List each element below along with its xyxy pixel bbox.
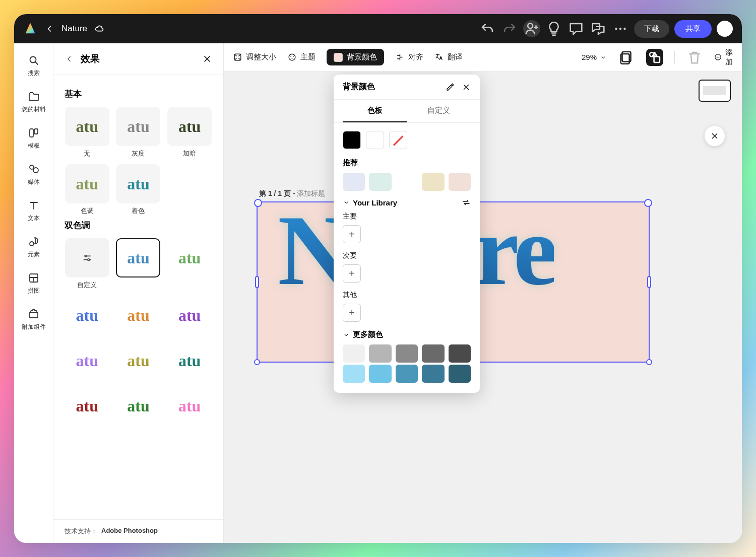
rail-your-stuff[interactable]: 您的材料 xyxy=(14,89,53,116)
swatch-black[interactable] xyxy=(343,131,361,149)
resize-handle[interactable] xyxy=(254,359,260,365)
thumb-tint[interactable]: atu xyxy=(65,164,109,203)
thumb-colorize[interactable]: atu xyxy=(116,164,160,203)
thumb-duotone-5[interactable]: atu xyxy=(167,296,212,335)
feedback-icon[interactable] xyxy=(590,20,607,37)
thumb-grayscale[interactable]: atu xyxy=(116,107,160,146)
color-swatch[interactable] xyxy=(369,344,391,363)
tool-align[interactable]: 对齐 xyxy=(395,52,423,62)
color-swatch[interactable] xyxy=(343,344,365,363)
thumb-duotone-1[interactable]: atu xyxy=(116,238,160,277)
lightbulb-icon[interactable] xyxy=(545,20,562,37)
undo-button[interactable] xyxy=(479,20,496,37)
color-swatch[interactable] xyxy=(343,365,365,383)
add-secondary-swatch[interactable]: + xyxy=(343,264,361,283)
tool-delete-icon[interactable] xyxy=(686,49,703,66)
color-swatch[interactable] xyxy=(396,344,418,363)
page-thumbnail[interactable] xyxy=(699,80,731,102)
section-your-library: Your Library xyxy=(353,198,397,207)
rail-grids[interactable]: 拼图 xyxy=(14,270,53,297)
rail-media[interactable]: 媒体 xyxy=(14,161,53,188)
thumb-duotone-2[interactable]: atu xyxy=(167,238,212,277)
tool-layers-icon[interactable] xyxy=(646,49,663,66)
tool-resize[interactable]: 调整大小 xyxy=(233,52,276,62)
swatch-none[interactable] xyxy=(389,131,407,149)
download-button[interactable]: 下载 xyxy=(634,20,669,38)
thumb-darken[interactable]: atu xyxy=(167,107,212,146)
tool-theme[interactable]: 主题 xyxy=(287,52,316,62)
tool-bg-color[interactable]: 背景颜色 xyxy=(327,49,384,65)
chevron-down-icon[interactable] xyxy=(343,331,350,338)
rail-text[interactable]: 文本 xyxy=(14,197,53,225)
label-primary: 主要 xyxy=(343,212,471,221)
share-button[interactable]: 共享 xyxy=(674,20,712,38)
comment-icon[interactable] xyxy=(568,20,585,37)
add-other-swatch[interactable]: + xyxy=(343,304,361,322)
svg-rect-21 xyxy=(654,56,660,62)
rail-templates[interactable]: 模板 xyxy=(14,125,53,152)
resize-handle[interactable] xyxy=(647,276,651,288)
swatch-white[interactable] xyxy=(366,131,384,149)
tab-custom[interactable]: 自定义 xyxy=(407,100,471,122)
app-window: Nature 下载 共享 搜索 您的材料 模板 媒体 文本 元素 拼图 附加组 xyxy=(14,14,742,543)
color-swatch[interactable] xyxy=(449,365,471,383)
tool-pages-icon[interactable] xyxy=(618,49,635,66)
color-swatch[interactable] xyxy=(449,173,471,191)
effects-panel: 效果 基本 atu无 atu灰度 atu加暗 atu色调 atu着色 双色调 自… xyxy=(53,43,224,543)
thumb-duotone-6[interactable]: atu xyxy=(65,341,109,380)
rail-addons[interactable]: 附加组件 xyxy=(14,306,53,333)
add-primary-swatch[interactable]: + xyxy=(343,225,361,243)
color-swatch[interactable] xyxy=(449,344,471,363)
more-icon[interactable] xyxy=(612,20,629,37)
tool-add-button[interactable]: 添加 xyxy=(714,48,733,67)
close-float-button[interactable] xyxy=(705,126,725,146)
effects-back-icon[interactable] xyxy=(65,54,74,63)
resize-handle[interactable] xyxy=(255,276,259,288)
rail-elements[interactable]: 元素 xyxy=(14,234,53,261)
thumb-duotone-9[interactable]: atu xyxy=(65,386,109,426)
color-swatch[interactable] xyxy=(369,365,391,383)
avatar[interactable] xyxy=(717,21,733,37)
popover-body[interactable]: 推荐 Your Library 主要 + 次要 + 其他 + 更多 xyxy=(334,123,480,393)
thumb-duotone-10[interactable]: atu xyxy=(116,386,160,426)
thumb-duotone-11[interactable]: atu xyxy=(167,386,212,426)
tool-translate[interactable]: 翻译 xyxy=(434,52,463,62)
color-swatch[interactable] xyxy=(369,173,391,191)
canvas-viewport[interactable]: 第 1 / 1 页 - 添加标题 Nature 背景颜色 xyxy=(224,72,742,543)
swap-icon[interactable] xyxy=(462,198,471,207)
popover-close-icon[interactable] xyxy=(462,83,471,92)
svg-point-16 xyxy=(293,56,294,57)
invite-user-button[interactable] xyxy=(523,20,540,37)
thumb-duotone-3[interactable]: atu xyxy=(65,296,109,335)
color-swatch[interactable] xyxy=(422,365,444,383)
thumb-duotone-7[interactable]: atu xyxy=(116,341,160,380)
color-swatch[interactable] xyxy=(422,344,444,363)
svg-point-14 xyxy=(289,54,295,60)
chevron-down-icon[interactable] xyxy=(343,199,350,206)
svg-point-8 xyxy=(33,168,38,173)
color-swatch[interactable] xyxy=(343,173,365,191)
thumb-duotone-8[interactable]: atu xyxy=(167,341,212,380)
section-more-colors: 更多颜色 xyxy=(353,330,383,339)
eyedropper-icon[interactable] xyxy=(446,83,455,92)
canvas-area: 调整大小 主题 背景颜色 对齐 翻译 29% 添加 第 1 / 1 页 - 添加… xyxy=(224,43,742,543)
thumb-custom[interactable] xyxy=(65,238,109,277)
effects-close-icon[interactable] xyxy=(202,54,212,64)
color-swatch[interactable] xyxy=(396,173,418,191)
cloud-icon[interactable] xyxy=(94,23,105,34)
resize-handle[interactable] xyxy=(646,359,652,365)
color-swatch[interactable] xyxy=(422,173,444,191)
thumb-duotone-4[interactable]: atu xyxy=(116,296,160,335)
redo-button[interactable] xyxy=(501,20,518,37)
bg-color-popover: 背景颜色 色板 自定义 推荐 xyxy=(334,75,480,393)
bg-swatch-icon xyxy=(334,53,343,62)
effects-scroll[interactable]: 基本 atu无 atu灰度 atu加暗 atu色调 atu着色 双色调 自定义 … xyxy=(53,75,223,519)
back-button[interactable] xyxy=(44,24,54,34)
thumb-none[interactable]: atu xyxy=(65,107,109,146)
color-swatch[interactable] xyxy=(396,365,418,383)
body: 搜索 您的材料 模板 媒体 文本 元素 拼图 附加组件 效果 基本 atu无 a… xyxy=(14,43,742,543)
tab-swatch[interactable]: 色板 xyxy=(343,100,407,122)
rail-search[interactable]: 搜索 xyxy=(14,52,53,80)
zoom-control[interactable]: 29% xyxy=(582,53,607,61)
document-title[interactable]: Nature xyxy=(61,24,87,34)
